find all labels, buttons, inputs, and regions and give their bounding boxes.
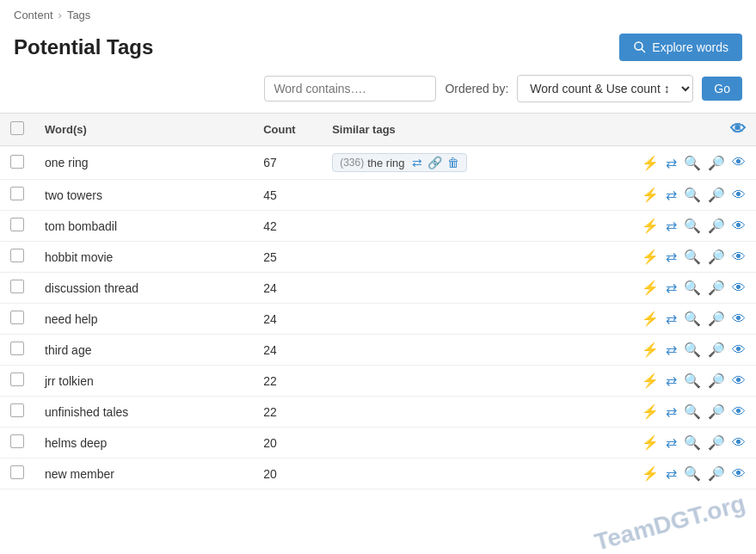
row-action-zoom-icon[interactable]: 🔎	[708, 155, 725, 171]
row-action-hide-icon[interactable]: 👁	[732, 342, 746, 358]
row-action-search-icon[interactable]: 🔍	[684, 434, 701, 451]
row-similar-tags	[322, 273, 618, 304]
row-action-hide-icon[interactable]: 👁	[732, 188, 746, 203]
row-action-search-icon[interactable]: 🔍	[684, 218, 701, 234]
row-action-suggest-icon[interactable]: ⚡	[642, 280, 659, 296]
breadcrumb-tags[interactable]: Tags	[67, 9, 90, 22]
row-checkbox[interactable]	[10, 465, 24, 479]
row-word: need help	[34, 304, 253, 335]
row-action-hide-icon[interactable]: 👁	[732, 466, 746, 482]
row-word: hobbit movie	[34, 242, 253, 273]
row-action-zoom-icon[interactable]: 🔎	[708, 280, 725, 296]
row-action-suggest-icon[interactable]: ⚡	[642, 249, 659, 265]
row-action-suggest-icon[interactable]: ⚡	[642, 342, 659, 358]
row-word: two towers	[34, 180, 253, 211]
order-select[interactable]: Word count & Use count ↕ Word count Use …	[517, 75, 693, 102]
row-action-hide-icon[interactable]: 👁	[732, 373, 746, 389]
svg-line-1	[642, 49, 645, 52]
row-checkbox-cell	[0, 242, 34, 273]
row-checkbox[interactable]	[10, 342, 24, 355]
row-count: 22	[253, 397, 322, 428]
similar-tag-link-icon[interactable]: 🔗	[427, 156, 442, 169]
row-action-hide-icon[interactable]: 👁	[732, 249, 746, 265]
row-action-merge-icon[interactable]: ⇄	[666, 372, 677, 389]
row-checkbox[interactable]	[10, 372, 24, 386]
row-checkbox[interactable]	[10, 280, 24, 293]
select-all-checkbox[interactable]	[10, 121, 24, 135]
explore-words-button[interactable]: Explore words	[619, 34, 742, 61]
row-checkbox-cell	[0, 180, 34, 211]
row-action-merge-icon[interactable]: ⇄	[666, 465, 677, 482]
row-action-merge-icon[interactable]: ⇄	[666, 403, 677, 420]
row-actions: ⚡ ⇄ 🔍 🔎 👁	[618, 428, 756, 459]
row-action-suggest-icon[interactable]: ⚡	[642, 155, 659, 171]
row-checkbox-cell	[0, 428, 34, 459]
row-action-hide-icon[interactable]: 👁	[732, 280, 746, 296]
row-action-merge-icon[interactable]: ⇄	[666, 218, 677, 234]
row-similar-tags	[322, 428, 618, 459]
row-actions: ⚡ ⇄ 🔍 🔎 👁	[618, 366, 756, 397]
row-action-merge-icon[interactable]: ⇄	[666, 249, 677, 265]
row-action-merge-icon[interactable]: ⇄	[666, 311, 677, 327]
row-word: third age	[34, 335, 253, 366]
similar-tag-actions: ⇄ 🔗 🗑	[412, 156, 459, 169]
row-action-hide-icon[interactable]: 👁	[732, 155, 746, 170]
row-checkbox[interactable]	[10, 187, 24, 200]
row-action-suggest-icon[interactable]: ⚡	[642, 434, 659, 451]
row-action-hide-icon[interactable]: 👁	[732, 311, 746, 327]
row-action-zoom-icon[interactable]: 🔎	[708, 342, 725, 358]
similar-tag-merge-icon[interactable]: ⇄	[412, 156, 422, 169]
row-action-search-icon[interactable]: 🔍	[684, 187, 701, 203]
row-action-zoom-icon[interactable]: 🔎	[708, 434, 725, 451]
row-action-merge-icon[interactable]: ⇄	[666, 342, 677, 358]
row-checkbox[interactable]	[10, 249, 24, 262]
row-action-zoom-icon[interactable]: 🔎	[708, 218, 725, 234]
row-action-suggest-icon[interactable]: ⚡	[642, 187, 659, 203]
row-word: new member	[34, 459, 253, 489]
row-action-suggest-icon[interactable]: ⚡	[642, 403, 659, 420]
row-action-search-icon[interactable]: 🔍	[684, 342, 701, 358]
go-button[interactable]: Go	[702, 77, 742, 101]
row-similar-tags	[322, 366, 618, 397]
row-action-suggest-icon[interactable]: ⚡	[642, 218, 659, 234]
row-action-search-icon[interactable]: 🔍	[684, 155, 701, 171]
row-action-zoom-icon[interactable]: 🔎	[708, 249, 725, 265]
row-action-zoom-icon[interactable]: 🔎	[708, 187, 725, 203]
action-icons: ⚡ ⇄ 🔍 🔎 👁	[629, 218, 746, 234]
row-action-search-icon[interactable]: 🔍	[684, 311, 701, 327]
row-checkbox[interactable]	[10, 434, 24, 448]
word-search-input[interactable]	[264, 76, 436, 102]
hide-col-icon[interactable]: 👁	[730, 120, 746, 138]
row-action-search-icon[interactable]: 🔍	[684, 249, 701, 265]
row-action-suggest-icon[interactable]: ⚡	[642, 465, 659, 482]
row-similar-tags	[322, 335, 618, 366]
row-checkbox[interactable]	[10, 218, 24, 231]
row-action-suggest-icon[interactable]: ⚡	[642, 311, 659, 327]
row-action-merge-icon[interactable]: ⇄	[666, 280, 677, 296]
row-action-search-icon[interactable]: 🔍	[684, 280, 701, 296]
row-action-hide-icon[interactable]: 👁	[732, 435, 746, 451]
row-action-merge-icon[interactable]: ⇄	[666, 434, 677, 451]
explore-words-label: Explore words	[652, 40, 728, 54]
row-checkbox[interactable]	[10, 311, 24, 324]
row-action-zoom-icon[interactable]: 🔎	[708, 403, 725, 420]
row-action-search-icon[interactable]: 🔍	[684, 465, 701, 482]
row-action-search-icon[interactable]: 🔍	[684, 403, 701, 420]
page-header: Potential Tags Explore words	[0, 30, 756, 71]
svg-point-0	[635, 42, 642, 50]
row-action-hide-icon[interactable]: 👁	[732, 404, 746, 420]
action-icons: ⚡ ⇄ 🔍 🔎 👁	[629, 155, 746, 171]
row-action-zoom-icon[interactable]: 🔎	[708, 465, 725, 482]
row-action-zoom-icon[interactable]: 🔎	[708, 372, 725, 389]
similar-tag-delete-icon[interactable]: 🗑	[447, 156, 459, 169]
row-action-search-icon[interactable]: 🔍	[684, 372, 701, 389]
row-checkbox[interactable]	[10, 403, 24, 417]
row-action-suggest-icon[interactable]: ⚡	[642, 372, 659, 389]
row-action-merge-icon[interactable]: ⇄	[666, 187, 677, 203]
row-action-merge-icon[interactable]: ⇄	[666, 155, 677, 171]
row-action-hide-icon[interactable]: 👁	[732, 219, 746, 234]
table-row: two towers45 ⚡ ⇄ 🔍 🔎 👁	[0, 180, 756, 211]
breadcrumb-content[interactable]: Content	[14, 9, 53, 22]
row-checkbox[interactable]	[10, 155, 24, 169]
row-action-zoom-icon[interactable]: 🔎	[708, 311, 725, 327]
